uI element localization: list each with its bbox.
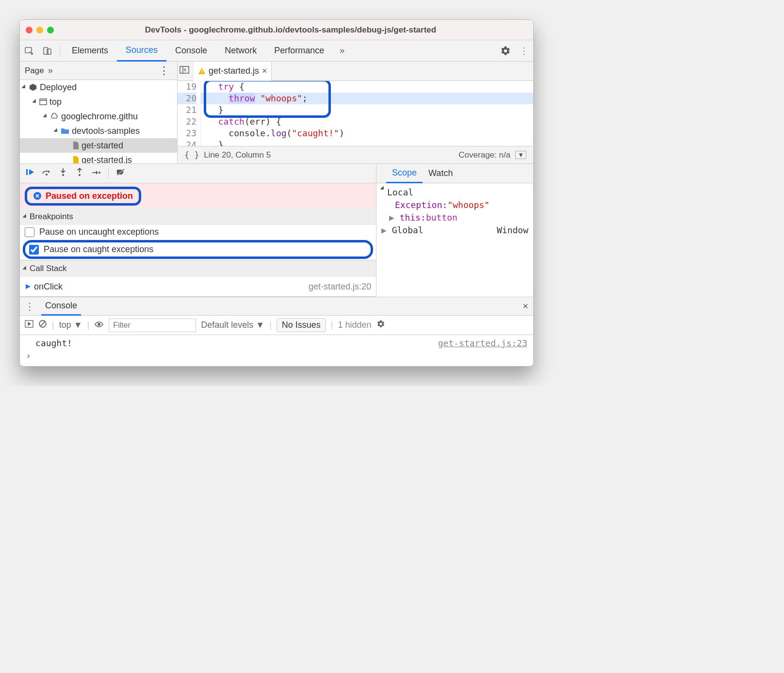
svg-rect-9	[26, 169, 28, 175]
editor-footer: { } Line 20, Column 5 Coverage: n/a ▼	[178, 146, 533, 163]
console-close-icon[interactable]: ×	[523, 301, 528, 312]
tab-sources[interactable]: Sources	[117, 40, 166, 62]
device-toggle-icon[interactable]	[38, 40, 57, 62]
pause-caught-checkbox[interactable]	[29, 245, 39, 255]
maximize-window-button[interactable]	[47, 27, 54, 33]
svg-rect-8	[201, 73, 202, 74]
close-tab-icon[interactable]: ×	[262, 66, 267, 76]
close-window-button[interactable]	[26, 27, 33, 33]
window-title: DevTools - googlechrome.github.io/devtoo…	[54, 25, 527, 35]
console-drawer: ⋮ Console × | top ▼ | Default levels ▼ |…	[20, 297, 533, 366]
navigator-more-tabs-icon[interactable]: »	[44, 65, 57, 76]
minimize-window-button[interactable]	[36, 27, 43, 33]
current-frame-icon	[25, 283, 32, 290]
console-tab[interactable]: Console	[41, 297, 81, 316]
pause-uncaught-label: Pause on uncaught exceptions	[39, 227, 159, 237]
tab-console[interactable]: Console	[166, 40, 216, 62]
pause-uncaught-row: Pause on uncaught exceptions	[20, 225, 376, 239]
console-levels-dropdown[interactable]: Default levels ▼	[201, 320, 264, 330]
coverage-dropdown-icon[interactable]: ▼	[515, 151, 526, 159]
editor-tab-file[interactable]: get-started.js ×	[194, 62, 272, 81]
console-log-src[interactable]: get-started.js:23	[438, 338, 527, 351]
svg-point-11	[62, 174, 64, 176]
code-area[interactable]: 19202122232425 try { throw "whoops"; } c…	[178, 81, 533, 146]
coverage-label: Coverage: n/a	[458, 150, 510, 160]
file-tree: Deployed top googlechrome.githu devtools…	[20, 80, 177, 163]
svg-point-13	[98, 172, 100, 174]
svg-point-20	[98, 323, 100, 326]
resume-button[interactable]	[22, 168, 38, 178]
tree-deployed[interactable]: Deployed	[20, 80, 177, 95]
prompt-chevron-icon: ›	[26, 351, 35, 363]
callstack-frame[interactable]: onClick get-started.js:20	[20, 277, 376, 296]
toggle-navigator-icon[interactable]	[180, 66, 194, 76]
tab-scope[interactable]: Scope	[386, 164, 423, 183]
settings-gear-icon[interactable]	[496, 40, 515, 62]
debugger-toolbar	[20, 164, 376, 183]
console-kebab-icon[interactable]: ⋮	[25, 301, 34, 312]
step-over-button[interactable]	[38, 168, 55, 178]
callstack-section: Call Stack onClick get-started.js:20	[20, 260, 376, 297]
tree-top[interactable]: top	[20, 95, 177, 109]
console-toolbar: | top ▼ | Default levels ▼ | No Issues |…	[20, 316, 533, 335]
scope-local[interactable]: Local	[381, 186, 528, 199]
step-button[interactable]	[88, 168, 104, 178]
tree-folder[interactable]: devtools-samples	[20, 124, 177, 138]
console-body: caught! get-started.js:23 ›	[20, 335, 533, 366]
console-log-row: caught! get-started.js:23	[26, 338, 527, 351]
console-filter-input[interactable]	[109, 319, 196, 332]
svg-rect-2	[47, 49, 51, 54]
scope-this[interactable]: ▶ this: button	[381, 211, 528, 224]
navigator-page-tab[interactable]: Page	[25, 66, 44, 76]
deactivate-breakpoints-button[interactable]	[113, 168, 129, 178]
error-circle-icon	[33, 192, 42, 200]
console-settings-gear-icon[interactable]	[376, 320, 385, 331]
debugger-panel: Paused on exception Breakpoints Pause on…	[20, 163, 533, 297]
more-tabs-chevron-icon[interactable]: »	[333, 46, 351, 56]
breakpoints-section: Breakpoints Pause on uncaught exceptions…	[20, 208, 376, 260]
svg-line-19	[40, 321, 45, 326]
callstack-source[interactable]: get-started.js:20	[309, 282, 371, 292]
scope-exception: Exception: "whoops"	[381, 199, 528, 211]
titlebar: DevTools - googlechrome.github.io/devtoo…	[20, 20, 533, 40]
pause-caught-row: Pause on caught exceptions	[23, 240, 373, 259]
scope-tree: Local Exception: "whoops" ▶ this: button…	[376, 183, 533, 240]
editor-tabs: get-started.js ×	[178, 62, 533, 81]
step-into-button[interactable]	[55, 168, 71, 179]
navigator-kebab-icon[interactable]: ⋮	[156, 64, 172, 77]
breakpoints-header[interactable]: Breakpoints	[20, 208, 376, 225]
tab-network[interactable]: Network	[216, 40, 265, 62]
console-issues-button[interactable]: No Issues	[277, 318, 326, 332]
tab-performance[interactable]: Performance	[265, 40, 333, 62]
callstack-header[interactable]: Call Stack	[20, 260, 376, 277]
warning-icon	[198, 67, 206, 75]
tree-file-html[interactable]: get-started	[20, 138, 177, 153]
pause-uncaught-checkbox[interactable]	[25, 227, 34, 237]
console-prompt[interactable]: ›	[26, 351, 527, 363]
editor-tab-label: get-started.js	[209, 66, 259, 76]
scope-global[interactable]: ▶ GlobalWindow	[381, 224, 528, 237]
console-hidden-label: 1 hidden	[338, 320, 372, 330]
step-out-button[interactable]	[71, 168, 88, 179]
cursor-position: Line 20, Column 5	[204, 150, 271, 160]
console-live-expr-icon[interactable]	[94, 320, 104, 330]
console-context-dropdown[interactable]: top ▼	[59, 320, 82, 330]
pause-caught-label: Pause on caught exceptions	[44, 244, 153, 255]
console-header: ⋮ Console ×	[20, 297, 533, 316]
devtools-window: DevTools - googlechrome.github.io/devtoo…	[19, 19, 534, 367]
svg-rect-7	[201, 70, 202, 72]
kebab-menu-icon[interactable]: ⋮	[515, 40, 533, 62]
code-body[interactable]: try { throw "whoops"; } catch(err) { con…	[201, 81, 533, 146]
console-play-icon[interactable]	[25, 320, 33, 330]
tree-domain[interactable]: googlechrome.githu	[20, 109, 177, 124]
editor-panel: get-started.js × 19202122232425 try { th…	[178, 62, 533, 163]
tab-watch[interactable]: Watch	[423, 164, 458, 183]
navigator-header: Page » ⋮	[20, 62, 177, 80]
navigator-panel: Page » ⋮ Deployed top googlechrome.githu…	[20, 62, 178, 163]
console-log-msg: caught!	[35, 338, 72, 351]
tree-file-js[interactable]: get-started.js	[20, 153, 177, 163]
console-clear-icon[interactable]	[38, 320, 47, 331]
inspect-icon[interactable]	[20, 40, 38, 62]
line-number-gutter[interactable]: 19202122232425	[178, 81, 201, 146]
tab-elements[interactable]: Elements	[63, 40, 117, 62]
